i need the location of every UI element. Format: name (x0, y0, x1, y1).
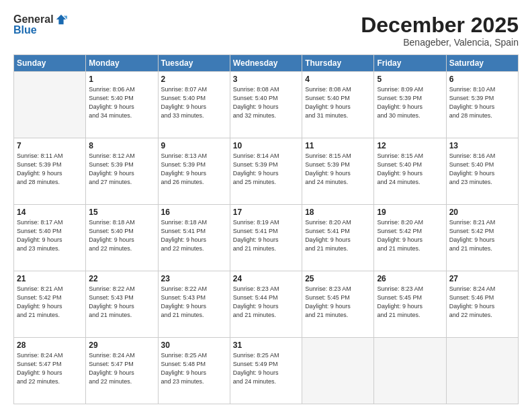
day-info: Sunrise: 8:23 AMSunset: 5:45 PMDaylight:… (305, 285, 371, 320)
col-header-tuesday: Tuesday (158, 55, 230, 72)
col-header-sunday: Sunday (14, 55, 86, 72)
day-info: Sunrise: 8:15 AMSunset: 5:39 PMDaylight:… (305, 152, 371, 187)
day-number: 19 (377, 208, 443, 217)
calendar-cell: 14Sunrise: 8:17 AMSunset: 5:40 PMDayligh… (14, 205, 86, 271)
logo: General Blue (13, 13, 67, 36)
page: General Blue December 2025 Benageber, Va… (0, 0, 532, 411)
week-row-1: 1Sunrise: 8:06 AMSunset: 5:40 PMDaylight… (14, 72, 519, 138)
day-info: Sunrise: 8:11 AMSunset: 5:39 PMDaylight:… (17, 152, 83, 187)
day-info: Sunrise: 8:13 AMSunset: 5:39 PMDaylight:… (161, 152, 227, 187)
day-number: 8 (89, 141, 154, 150)
day-info: Sunrise: 8:17 AMSunset: 5:40 PMDaylight:… (17, 218, 83, 253)
calendar-cell: 27Sunrise: 8:24 AMSunset: 5:46 PMDayligh… (446, 271, 518, 338)
day-number: 12 (377, 141, 443, 150)
logo-blue-text: Blue (13, 24, 37, 36)
day-number: 1 (89, 75, 154, 84)
calendar-cell: 12Sunrise: 8:15 AMSunset: 5:40 PMDayligh… (374, 138, 446, 205)
calendar-cell: 30Sunrise: 8:25 AMSunset: 5:48 PMDayligh… (158, 338, 230, 404)
day-info: Sunrise: 8:24 AMSunset: 5:47 PMDaylight:… (89, 351, 154, 386)
calendar-cell: 15Sunrise: 8:18 AMSunset: 5:40 PMDayligh… (86, 205, 158, 271)
day-info: Sunrise: 8:25 AMSunset: 5:49 PMDaylight:… (233, 351, 299, 386)
day-info: Sunrise: 8:08 AMSunset: 5:40 PMDaylight:… (233, 85, 299, 120)
calendar-cell (374, 338, 446, 404)
day-number: 5 (377, 75, 443, 84)
calendar-cell: 24Sunrise: 8:23 AMSunset: 5:44 PMDayligh… (230, 271, 302, 338)
day-info: Sunrise: 8:15 AMSunset: 5:40 PMDaylight:… (377, 152, 443, 187)
col-header-monday: Monday (86, 55, 158, 72)
day-number: 6 (449, 75, 515, 84)
week-row-4: 21Sunrise: 8:21 AMSunset: 5:42 PMDayligh… (14, 271, 519, 338)
calendar-cell: 1Sunrise: 8:06 AMSunset: 5:40 PMDaylight… (86, 72, 158, 138)
calendar-cell: 9Sunrise: 8:13 AMSunset: 5:39 PMDaylight… (158, 138, 230, 205)
day-number: 18 (305, 208, 371, 217)
day-number: 23 (161, 274, 227, 283)
calendar-cell: 4Sunrise: 8:08 AMSunset: 5:40 PMDaylight… (302, 72, 374, 138)
header: General Blue December 2025 Benageber, Va… (13, 13, 519, 48)
calendar-cell (302, 338, 374, 404)
calendar-cell: 25Sunrise: 8:23 AMSunset: 5:45 PMDayligh… (302, 271, 374, 338)
day-info: Sunrise: 8:10 AMSunset: 5:39 PMDaylight:… (449, 85, 515, 120)
day-info: Sunrise: 8:21 AMSunset: 5:42 PMDaylight:… (449, 218, 515, 253)
day-number: 25 (305, 274, 371, 283)
col-header-thursday: Thursday (302, 55, 374, 72)
day-info: Sunrise: 8:18 AMSunset: 5:41 PMDaylight:… (161, 218, 227, 253)
day-info: Sunrise: 8:23 AMSunset: 5:44 PMDaylight:… (233, 285, 299, 320)
calendar-cell: 8Sunrise: 8:12 AMSunset: 5:39 PMDaylight… (86, 138, 158, 205)
calendar-cell: 23Sunrise: 8:22 AMSunset: 5:43 PMDayligh… (158, 271, 230, 338)
day-number: 30 (161, 340, 227, 350)
calendar-cell: 26Sunrise: 8:23 AMSunset: 5:45 PMDayligh… (374, 271, 446, 338)
col-header-wednesday: Wednesday (230, 55, 302, 72)
day-info: Sunrise: 8:20 AMSunset: 5:42 PMDaylight:… (377, 218, 443, 253)
logo-icon (55, 13, 67, 26)
day-info: Sunrise: 8:23 AMSunset: 5:45 PMDaylight:… (377, 285, 443, 320)
day-number: 28 (17, 340, 83, 350)
day-number: 29 (89, 340, 154, 350)
day-info: Sunrise: 8:24 AMSunset: 5:47 PMDaylight:… (17, 351, 83, 386)
calendar-cell: 3Sunrise: 8:08 AMSunset: 5:40 PMDaylight… (230, 72, 302, 138)
calendar-cell: 5Sunrise: 8:09 AMSunset: 5:39 PMDaylight… (374, 72, 446, 138)
calendar-cell: 7Sunrise: 8:11 AMSunset: 5:39 PMDaylight… (14, 138, 86, 205)
calendar-cell: 11Sunrise: 8:15 AMSunset: 5:39 PMDayligh… (302, 138, 374, 205)
week-row-5: 28Sunrise: 8:24 AMSunset: 5:47 PMDayligh… (14, 338, 519, 404)
calendar-cell: 19Sunrise: 8:20 AMSunset: 5:42 PMDayligh… (374, 205, 446, 271)
day-info: Sunrise: 8:14 AMSunset: 5:39 PMDaylight:… (233, 152, 299, 187)
day-number: 15 (89, 208, 154, 217)
day-info: Sunrise: 8:18 AMSunset: 5:40 PMDaylight:… (89, 218, 154, 253)
month-title: December 2025 (361, 13, 519, 37)
day-info: Sunrise: 8:22 AMSunset: 5:43 PMDaylight:… (161, 285, 227, 320)
title-block: December 2025 Benageber, Valencia, Spain (361, 13, 519, 48)
calendar-cell: 18Sunrise: 8:20 AMSunset: 5:41 PMDayligh… (302, 205, 374, 271)
day-info: Sunrise: 8:16 AMSunset: 5:40 PMDaylight:… (449, 152, 515, 187)
day-info: Sunrise: 8:24 AMSunset: 5:46 PMDaylight:… (449, 285, 515, 320)
calendar-cell: 16Sunrise: 8:18 AMSunset: 5:41 PMDayligh… (158, 205, 230, 271)
calendar-cell: 29Sunrise: 8:24 AMSunset: 5:47 PMDayligh… (86, 338, 158, 404)
day-number: 24 (233, 274, 299, 283)
day-info: Sunrise: 8:25 AMSunset: 5:48 PMDaylight:… (161, 351, 227, 386)
day-number: 26 (377, 274, 443, 283)
col-header-saturday: Saturday (446, 55, 518, 72)
day-info: Sunrise: 8:20 AMSunset: 5:41 PMDaylight:… (305, 218, 371, 253)
day-number: 11 (305, 141, 371, 150)
calendar-cell: 10Sunrise: 8:14 AMSunset: 5:39 PMDayligh… (230, 138, 302, 205)
day-number: 16 (161, 208, 227, 217)
calendar-cell: 20Sunrise: 8:21 AMSunset: 5:42 PMDayligh… (446, 205, 518, 271)
calendar-cell: 17Sunrise: 8:19 AMSunset: 5:41 PMDayligh… (230, 205, 302, 271)
calendar-header-row: SundayMondayTuesdayWednesdayThursdayFrid… (14, 55, 519, 72)
day-info: Sunrise: 8:22 AMSunset: 5:43 PMDaylight:… (89, 285, 154, 320)
location-subtitle: Benageber, Valencia, Spain (361, 37, 519, 48)
calendar-cell: 6Sunrise: 8:10 AMSunset: 5:39 PMDaylight… (446, 72, 518, 138)
day-number: 9 (161, 141, 227, 150)
day-number: 2 (161, 75, 227, 84)
calendar-cell (14, 72, 86, 138)
calendar-cell: 31Sunrise: 8:25 AMSunset: 5:49 PMDayligh… (230, 338, 302, 404)
day-number: 7 (17, 141, 83, 150)
day-number: 22 (89, 274, 154, 283)
calendar-cell: 22Sunrise: 8:22 AMSunset: 5:43 PMDayligh… (86, 271, 158, 338)
day-info: Sunrise: 8:06 AMSunset: 5:40 PMDaylight:… (89, 85, 154, 120)
calendar-table: SundayMondayTuesdayWednesdayThursdayFrid… (13, 54, 519, 404)
day-number: 3 (233, 75, 299, 84)
day-info: Sunrise: 8:21 AMSunset: 5:42 PMDaylight:… (17, 285, 83, 320)
day-number: 21 (17, 274, 83, 283)
day-number: 20 (449, 208, 515, 217)
calendar-cell: 2Sunrise: 8:07 AMSunset: 5:40 PMDaylight… (158, 72, 230, 138)
